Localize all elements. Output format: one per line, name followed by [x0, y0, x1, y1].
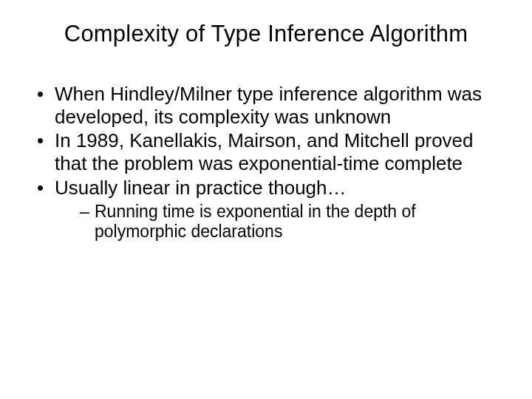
bullet-text: In 1989, Kanellakis, Mairson, and Mitche…: [55, 129, 474, 174]
list-item: Usually linear in practice though… Runni…: [37, 177, 498, 242]
bullet-text: When Hindley/Milner type inference algor…: [55, 83, 482, 128]
slide: Complexity of Type Inference Algorithm W…: [0, 0, 532, 399]
list-item: In 1989, Kanellakis, Mairson, and Mitche…: [37, 129, 498, 174]
sub-list-item: Running time is exponential in the depth…: [80, 202, 498, 242]
slide-title: Complexity of Type Inference Algorithm: [34, 21, 498, 47]
bullet-list: When Hindley/Milner type inference algor…: [34, 83, 498, 242]
bullet-text: Usually linear in practice though…: [55, 177, 347, 199]
sub-bullet-list: Running time is exponential in the depth…: [55, 202, 498, 242]
list-item: When Hindley/Milner type inference algor…: [37, 83, 498, 128]
sub-bullet-text: Running time is exponential in the depth…: [95, 202, 416, 241]
